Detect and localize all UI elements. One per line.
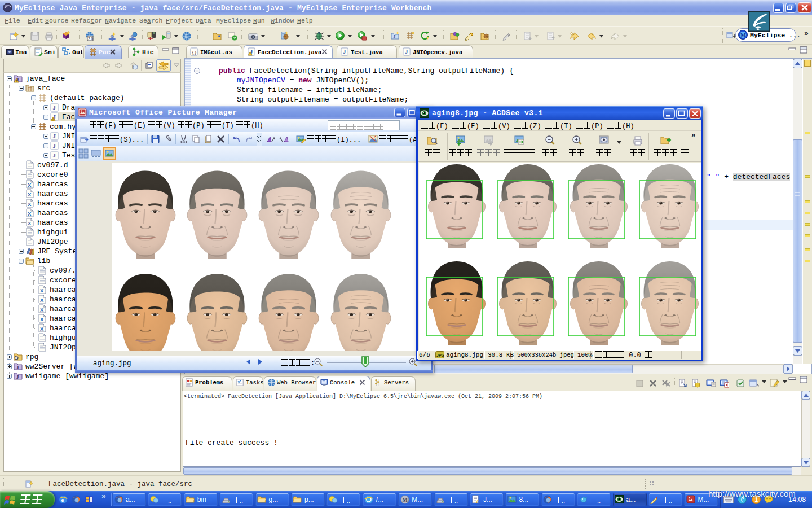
svg-text:M: M (403, 497, 408, 503)
svg-text:X: X (28, 201, 32, 207)
svg-text:O: O (15, 356, 18, 360)
svg-text:{}: {} (192, 50, 197, 55)
svg-text:X: X (28, 191, 32, 198)
svg-text:X: X (40, 316, 44, 322)
svg-text:M: M (740, 32, 746, 38)
svg-text:J: J (405, 49, 408, 55)
svg-text:X: X (28, 220, 32, 226)
svg-text:?: ? (476, 498, 479, 504)
svg-text:JPG: JPG (436, 353, 444, 357)
svg-text:J: J (16, 374, 19, 380)
svg-text:X: X (40, 297, 44, 303)
svg-text:J: J (53, 104, 56, 111)
svg-text:J: J (53, 152, 56, 159)
svg-text:J: J (343, 49, 346, 55)
svg-text:2.0: 2.0 (88, 37, 93, 41)
svg-text:X: X (40, 306, 44, 313)
svg-text:X: X (28, 211, 32, 217)
svg-text:J: J (16, 365, 19, 370)
svg-text:J: J (393, 34, 396, 40)
svg-text:J: J (53, 142, 56, 149)
svg-text:X: X (40, 287, 44, 294)
svg-text:X: X (40, 326, 44, 332)
svg-text:J: J (53, 133, 56, 139)
svg-text:X: X (28, 182, 32, 188)
